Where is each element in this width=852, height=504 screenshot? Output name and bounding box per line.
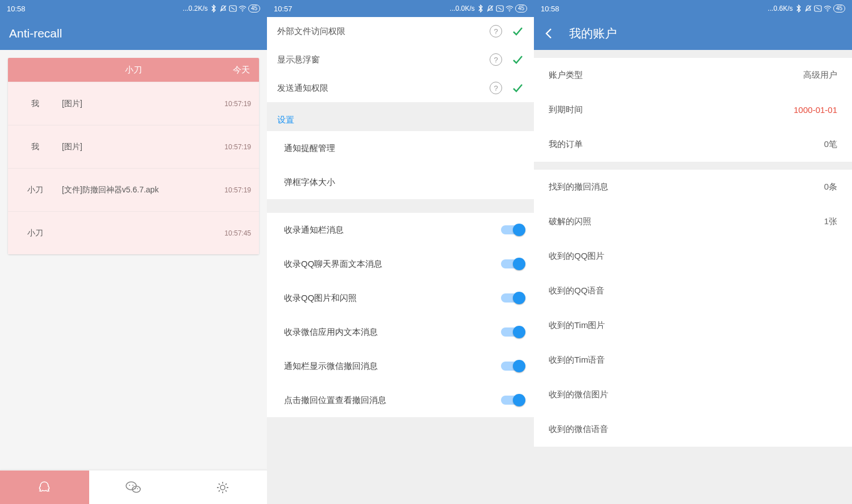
gear-icon — [215, 480, 230, 495]
switch-toggle[interactable] — [501, 259, 524, 268]
row-key: 账户类型 — [549, 70, 803, 81]
message-row[interactable]: 小刀 10:57:45 — [8, 211, 259, 254]
screen-settings: 10:57 ...0.0K/s 45 外部文件访问权限 ? 显示悬浮窗 ? 发送… — [267, 0, 534, 504]
svg-point-10 — [220, 485, 225, 490]
chat-contact-name: 小刀 — [125, 65, 142, 75]
row-value: 1张 — [824, 216, 837, 227]
message-time: 10:57:19 — [219, 186, 259, 194]
row-key: 收到的Tim图片 — [549, 320, 837, 331]
app-bar: 我的账户 — [534, 17, 852, 50]
message-sender: 我 — [8, 142, 62, 152]
help-icon[interactable]: ? — [490, 25, 502, 37]
wifi-icon — [506, 5, 513, 12]
message-sender: 小刀 — [8, 185, 62, 195]
switch-toggle[interactable] — [501, 362, 524, 371]
app-title: Anti-recall — [9, 27, 62, 40]
status-time: 10:57 — [274, 5, 293, 13]
stat-row[interactable]: 找到的撤回消息0条 — [534, 170, 852, 204]
svg-line-13 — [498, 7, 502, 10]
message-time: 10:57:19 — [219, 100, 259, 108]
svg-point-14 — [509, 11, 510, 12]
row-key: 破解的闪照 — [549, 216, 824, 227]
row-value: 0条 — [824, 182, 837, 192]
permission-label: 发送通知权限 — [277, 83, 490, 94]
stat-row[interactable]: 收到的微信图片 — [534, 377, 852, 412]
svg-point-7 — [132, 485, 133, 486]
chat-card: 小刀 今天 我 [图片] 10:57:19 我 [图片] 10:57:19 小刀… — [8, 58, 259, 254]
help-icon[interactable]: ? — [490, 82, 502, 94]
message-sender: 小刀 — [8, 228, 62, 238]
row-key: 到期时间 — [549, 104, 793, 115]
status-net: ...0.6K/s — [768, 5, 793, 12]
row-value: 高级用户 — [803, 70, 837, 81]
permission-row[interactable]: 显示悬浮窗 ? — [267, 45, 534, 74]
setting-row-popup-font-size[interactable]: 弹框字体大小 — [267, 165, 534, 199]
status-net: ...0.2K/s — [183, 5, 208, 12]
screen-account: 10:58 ...0.6K/s 45 我的账户 账户类型 高级用户 到期时间 1… — [534, 0, 852, 504]
help-icon[interactable]: ? — [490, 53, 502, 66]
settings-group-plain: 通知提醒管理 弹框字体大小 — [267, 131, 534, 199]
chat-card-header[interactable]: 小刀 今天 — [8, 58, 259, 82]
nav-tab-settings[interactable] — [178, 471, 267, 504]
message-sender: 我 — [8, 99, 62, 109]
message-row[interactable]: 我 [图片] 10:57:19 — [8, 82, 259, 125]
battery-level: 45 — [248, 5, 260, 12]
message-row[interactable]: 我 [图片] 10:57:19 — [8, 125, 259, 168]
svg-line-2 — [231, 7, 235, 10]
permission-row[interactable]: 外部文件访问权限 ? — [267, 17, 534, 45]
setting-row-switch[interactable]: 收录QQ聊天界面文本消息 — [267, 247, 534, 281]
battery-level: 45 — [833, 5, 845, 12]
stats-group: 找到的撤回消息0条 破解的闪照1张 收到的QQ图片 收到的QQ语音 收到的Tim… — [534, 170, 852, 447]
wifi-icon — [239, 5, 247, 12]
nav-tab-qq[interactable] — [0, 471, 89, 504]
stat-row[interactable]: 破解的闪照1张 — [534, 204, 852, 239]
setting-row-notification-manage[interactable]: 通知提醒管理 — [267, 131, 534, 165]
switch-toggle[interactable] — [501, 225, 524, 234]
svg-point-18 — [827, 11, 828, 12]
permission-label: 显示悬浮窗 — [277, 54, 490, 65]
setting-row-switch[interactable]: 点击撤回位置查看撤回消息 — [267, 383, 534, 417]
bottom-nav — [0, 470, 267, 504]
stat-row[interactable]: 收到的QQ语音 — [534, 274, 852, 308]
row-key: 收到的微信图片 — [549, 389, 837, 400]
setting-row-switch[interactable]: 收录微信应用内文本消息 — [267, 315, 534, 349]
row-key: 收到的微信语音 — [549, 424, 837, 435]
status-bar: 10:57 ...0.0K/s 45 — [267, 0, 534, 17]
stat-row[interactable]: 收到的Tim语音 — [534, 343, 852, 377]
sim-icon — [814, 5, 822, 12]
stat-row[interactable]: 收到的Tim图片 — [534, 308, 852, 343]
setting-row-switch[interactable]: 收录通知栏消息 — [267, 213, 534, 247]
stat-row[interactable]: 收到的QQ图片 — [534, 239, 852, 274]
battery-level: 45 — [515, 5, 527, 12]
setting-row-switch[interactable]: 通知栏显示微信撤回消息 — [267, 349, 534, 383]
switch-toggle[interactable] — [501, 396, 524, 405]
mute-icon — [219, 5, 227, 12]
expiry-row[interactable]: 到期时间 1000-01-01 — [534, 93, 852, 127]
message-content: [文件]防撤回神器v5.6.7.apk — [62, 185, 219, 195]
row-value: 0笔 — [824, 139, 837, 150]
status-right: ...0.6K/s 45 — [768, 5, 845, 12]
svg-point-6 — [129, 485, 130, 486]
message-content: [图片] — [62, 142, 219, 152]
status-bar: 10:58 ...0.2K/s 45 — [0, 0, 267, 17]
nav-tab-wechat[interactable] — [89, 471, 178, 504]
account-type-row[interactable]: 账户类型 高级用户 — [534, 58, 852, 93]
setting-row-switch[interactable]: 收录QQ图片和闪照 — [267, 281, 534, 315]
switch-toggle[interactable] — [501, 327, 524, 337]
back-button[interactable] — [543, 27, 556, 40]
chat-date: 今天 — [233, 65, 250, 75]
setting-label: 收录QQ图片和闪照 — [284, 293, 501, 304]
sim-icon — [496, 5, 504, 12]
setting-label: 弹框字体大小 — [284, 177, 524, 188]
permission-row[interactable]: 发送通知权限 ? — [267, 74, 534, 102]
mute-icon — [486, 5, 494, 12]
message-row[interactable]: 小刀 [文件]防撤回神器v5.6.7.apk 10:57:19 — [8, 168, 259, 211]
switch-toggle[interactable] — [501, 293, 524, 303]
app-bar: Anti-recall — [0, 17, 267, 50]
section-header-settings: 设置 — [267, 102, 534, 131]
stat-row[interactable]: 收到的微信语音 — [534, 412, 852, 447]
status-right: ...0.2K/s 45 — [183, 5, 260, 12]
row-key: 收到的QQ语音 — [549, 285, 837, 296]
orders-row[interactable]: 我的订单 0笔 — [534, 127, 852, 162]
wechat-icon — [125, 480, 142, 495]
